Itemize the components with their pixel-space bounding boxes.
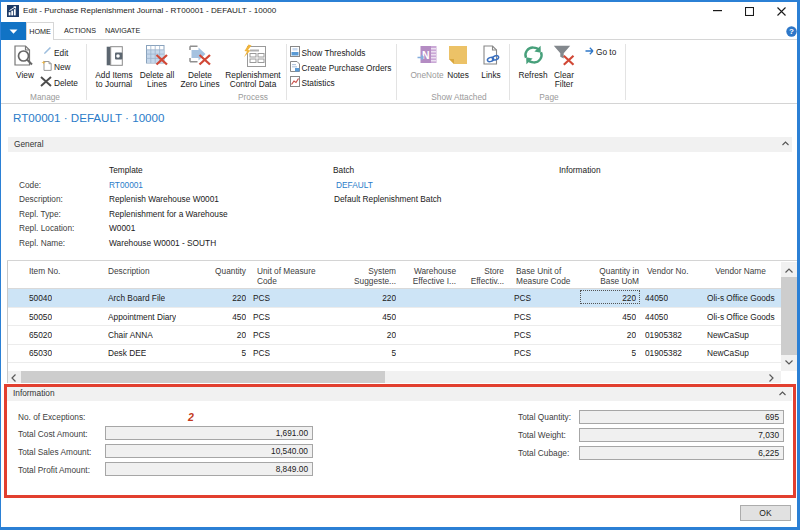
svg-text:?: ? — [789, 27, 794, 36]
